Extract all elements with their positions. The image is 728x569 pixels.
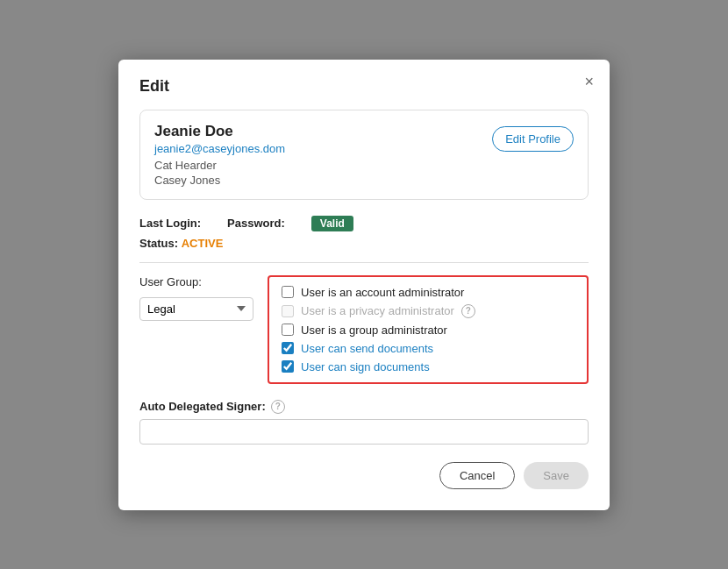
footer-buttons: Cancel Save	[139, 462, 589, 489]
perm-send-docs-label: User can send documents	[301, 342, 433, 355]
save-button[interactable]: Save	[524, 462, 589, 489]
perm-send-docs-checkbox[interactable]	[282, 342, 294, 354]
divider	[139, 262, 589, 263]
edit-profile-button[interactable]: Edit Profile	[492, 126, 574, 152]
status-row: Status: ACTIVE	[139, 237, 589, 250]
perm-sign-docs-checkbox[interactable]	[282, 360, 294, 373]
user-group-col: User Group: Legal Admin HR Finance	[139, 275, 253, 321]
permissions-box: User is an account administrator User is…	[268, 275, 589, 384]
perm-account-admin-label: User is an account administrator	[301, 286, 464, 299]
perm-group-admin-label: User is a group administrator	[301, 324, 447, 337]
permission-send-docs: User can send documents	[282, 342, 575, 355]
permission-account-admin: User is an account administrator	[282, 286, 575, 299]
user-title: Cat Hearder	[154, 159, 285, 172]
privacy-admin-help-icon[interactable]: ?	[461, 304, 475, 318]
profile-info: Jeanie Doe jeanie2@caseyjones.dom Cat He…	[154, 123, 285, 187]
user-group-permissions-row: User Group: Legal Admin HR Finance User …	[139, 275, 589, 384]
perm-sign-docs-label: User can sign documents	[301, 360, 430, 373]
user-group-select[interactable]: Legal Admin HR Finance	[139, 297, 253, 321]
user-name: Jeanie Doe	[154, 123, 285, 140]
dialog-title: Edit	[139, 77, 589, 96]
last-login-label: Last Login:	[139, 217, 201, 230]
perm-privacy-admin-label: User is a privacy administrator	[301, 304, 454, 317]
auto-delegated-help-icon[interactable]: ?	[271, 400, 285, 414]
perm-account-admin-checkbox[interactable]	[282, 286, 294, 298]
perm-privacy-admin-checkbox[interactable]	[282, 305, 294, 317]
password-status-badge: Valid	[311, 216, 353, 231]
perm-group-admin-checkbox[interactable]	[282, 324, 294, 336]
user-company: Casey Jones	[154, 174, 285, 187]
permission-sign-docs: User can sign documents	[282, 360, 575, 373]
edit-dialog: Edit × Jeanie Doe jeanie2@caseyjones.dom…	[118, 60, 610, 510]
close-button[interactable]: ×	[584, 74, 594, 89]
user-email: jeanie2@caseyjones.dom	[154, 142, 285, 155]
auto-delegated-section: Auto Delegated Signer: ?	[139, 400, 589, 445]
permission-privacy-admin: User is a privacy administrator ?	[282, 304, 575, 318]
auto-delegated-label: Auto Delegated Signer: ?	[139, 400, 589, 414]
cancel-button[interactable]: Cancel	[439, 462, 515, 489]
last-login-row: Last Login: Password: Valid	[139, 216, 589, 231]
password-label: Password:	[227, 217, 285, 230]
permission-group-admin: User is a group administrator	[282, 324, 575, 337]
status-label: Status:	[139, 237, 178, 250]
auto-delegated-input[interactable]	[139, 419, 589, 445]
user-group-label: User Group:	[139, 275, 253, 288]
status-value: ACTIVE	[182, 237, 224, 250]
profile-card: Jeanie Doe jeanie2@caseyjones.dom Cat He…	[139, 110, 589, 200]
